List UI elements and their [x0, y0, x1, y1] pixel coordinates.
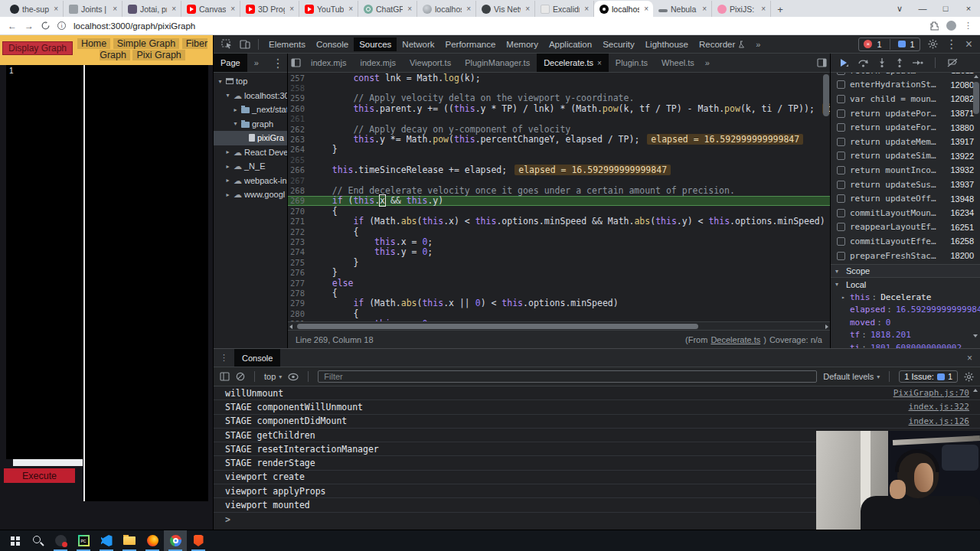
breakpoint-checkbox[interactable]: [837, 237, 845, 246]
close-drawer-icon[interactable]: ×: [959, 353, 980, 364]
url-text[interactable]: localhost:3000/graph/pixiGraph: [74, 21, 922, 31]
devtools-tab-recorder[interactable]: Recorder: [694, 37, 750, 51]
file-tab-decelerate-ts-4[interactable]: Decelerate.ts×: [537, 54, 609, 72]
console-sidebar-icon[interactable]: [220, 372, 230, 381]
scroll-left-icon[interactable]: [289, 324, 292, 329]
browser-tab[interactable]: Vis Network×: [476, 1, 535, 17]
log-levels-selector[interactable]: Default levels ▾: [823, 372, 880, 381]
maximize-button[interactable]: □: [934, 0, 957, 17]
more-tabs-icon[interactable]: »: [752, 40, 764, 49]
display-graph-button[interactable]: Display Graph: [2, 41, 73, 55]
breakpoint-row[interactable]: return updat…12011: [831, 73, 980, 78]
graph-canvas[interactable]: [83, 65, 208, 501]
tab-close-icon[interactable]: ×: [524, 5, 531, 13]
execute-button[interactable]: Execute: [4, 468, 75, 483]
tree-item-top[interactable]: ▾top: [214, 74, 287, 89]
breakpoint-checkbox[interactable]: [837, 95, 845, 103]
context-selector[interactable]: top ▾: [264, 372, 282, 381]
line-number[interactable]: 257: [288, 73, 311, 83]
taskbar-start-button[interactable]: [3, 530, 26, 551]
line-number[interactable]: 266: [288, 165, 311, 174]
breakpoint-row[interactable]: commitLayoutMoun…16234: [831, 206, 980, 220]
tab-close-icon[interactable]: ×: [288, 5, 296, 13]
taskbar-brave-button[interactable]: [187, 530, 210, 551]
code-editor[interactable]: 257 const lnk = Math.log(k);258259 // Ap…: [288, 73, 830, 321]
step-icon[interactable]: [913, 58, 923, 67]
navigator-tab-page[interactable]: Page: [214, 54, 247, 72]
scope-local-row[interactable]: ▾ Local: [831, 278, 980, 291]
tab-close-icon[interactable]: ×: [52, 5, 60, 13]
extensions-icon[interactable]: [929, 21, 939, 31]
step-into-icon[interactable]: [877, 58, 887, 67]
line-number[interactable]: 276: [288, 268, 311, 277]
browser-tab[interactable]: localhost×: [417, 1, 476, 17]
taskbar-firefox-button[interactable]: [141, 530, 164, 551]
inspect-element-icon[interactable]: [218, 39, 235, 49]
devtools-settings-icon[interactable]: [925, 39, 941, 49]
step-out-icon[interactable]: [895, 58, 904, 67]
tab-close-icon[interactable]: ×: [406, 5, 413, 13]
line-number[interactable]: 260: [288, 104, 311, 113]
devtools-tab-performance[interactable]: Performance: [440, 37, 501, 51]
line-number[interactable]: 275: [288, 258, 311, 267]
tab-close-icon[interactable]: ×: [465, 5, 472, 13]
taskbar-pycharm-button[interactable]: [72, 530, 95, 551]
tree-item-localhost-30[interactable]: ▾☁localhost:30: [214, 89, 287, 103]
breakpoint-checkbox[interactable]: [837, 109, 845, 118]
page-info-icon[interactable]: i: [57, 21, 66, 30]
browser-tab[interactable]: localhost:300×: [594, 1, 653, 17]
profile-avatar[interactable]: [946, 21, 956, 31]
taskbar-search-button[interactable]: [26, 530, 49, 551]
breakpoint-row[interactable]: return updateOff…13948: [831, 191, 980, 206]
breakpoint-row[interactable]: return updateSus…13937: [831, 178, 980, 192]
live-expression-icon[interactable]: [288, 373, 299, 381]
browser-menu-icon[interactable]: ⋮: [964, 21, 972, 31]
tab-search-icon[interactable]: ∨: [888, 0, 911, 17]
tree-item-graph[interactable]: ▾graph: [214, 117, 287, 132]
scope-section-header[interactable]: ▾ Scope: [831, 264, 980, 278]
editor-horizontal-scrollbar[interactable]: [288, 321, 830, 330]
close-window-button[interactable]: ×: [957, 0, 980, 17]
line-number[interactable]: 267: [288, 176, 311, 185]
file-tab-viewport-ts-2[interactable]: Viewport.ts: [403, 54, 458, 72]
breakpoint-row[interactable]: return updateFor…13880: [831, 120, 980, 135]
breakpoint-checkbox[interactable]: [837, 73, 845, 75]
toggle-debugger-icon[interactable]: [814, 58, 830, 67]
drawer-menu-icon[interactable]: ⋮: [214, 353, 234, 363]
file-tab-plugin-ts-5[interactable]: Plugin.ts: [609, 54, 655, 72]
nav-link-simple-graph[interactable]: Simple Graph: [113, 38, 179, 49]
tab-close-icon[interactable]: ×: [347, 5, 354, 13]
step-over-icon[interactable]: [858, 58, 869, 67]
tree-item-react-devel[interactable]: ▸☁React Devel: [214, 145, 287, 160]
editor-pane[interactable]: 1: [6, 65, 83, 459]
scope-entry-this[interactable]: ▸this:Decelerate: [831, 291, 980, 304]
browser-tab[interactable]: Excalidraw×: [535, 1, 594, 17]
breakpoint-row[interactable]: return updatePor…13871: [831, 106, 980, 121]
devtools-tab-network[interactable]: Network: [397, 37, 439, 51]
nav-link-pixi-graph[interactable]: Pixi Graph: [132, 50, 185, 60]
breakpoint-checkbox[interactable]: [837, 194, 845, 203]
devtools-tab-lighthouse[interactable]: Lighthouse: [640, 37, 694, 51]
device-toolbar-icon[interactable]: [237, 39, 253, 49]
taskbar-chrome-button[interactable]: [164, 530, 187, 551]
source-link[interactable]: index.js:322: [909, 402, 969, 412]
editor-scrollbar[interactable]: [13, 459, 83, 466]
devtools-tab-application[interactable]: Application: [544, 37, 597, 51]
line-number[interactable]: 262: [288, 125, 311, 134]
scroll-right-icon[interactable]: [825, 324, 828, 329]
devtools-tab-elements[interactable]: Elements: [263, 37, 311, 51]
navigator-menu-icon[interactable]: ⋮: [269, 56, 287, 70]
devtools-tab-memory[interactable]: Memory: [501, 37, 544, 51]
line-number[interactable]: 273: [288, 237, 311, 246]
breakpoint-row[interactable]: return updateSim…13922: [831, 149, 980, 164]
tree-item--next-stat[interactable]: ▸_next/stat: [214, 103, 287, 117]
breakpoint-row[interactable]: return updateMem…13917: [831, 135, 980, 149]
scope-entry-tf[interactable]: tf:1818.201: [831, 329, 980, 342]
breakpoint-checkbox[interactable]: [837, 252, 845, 260]
back-icon[interactable]: ←: [8, 21, 17, 31]
issues-counter[interactable]: 1 Issue: 1: [899, 370, 958, 383]
browser-tab[interactable]: the-super-tin×: [5, 1, 64, 17]
file-tab-index-mjs-0[interactable]: index.mjs: [304, 54, 353, 72]
line-number[interactable]: 274: [288, 247, 311, 256]
line-number[interactable]: 277: [288, 279, 311, 288]
